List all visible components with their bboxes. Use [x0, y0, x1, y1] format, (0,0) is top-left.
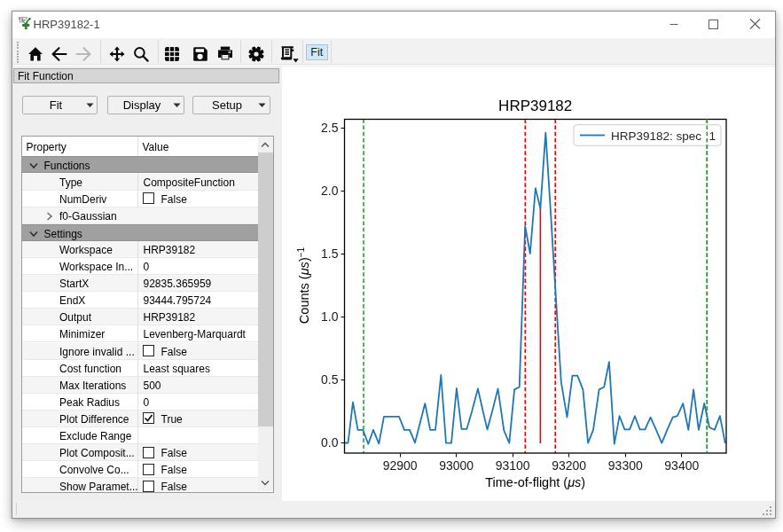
svg-text:HRP39182: HRP39182 — [498, 98, 572, 114]
svg-text:2.0: 2.0 — [321, 184, 339, 198]
svg-text:2.5: 2.5 — [321, 121, 339, 135]
svg-text:Time-of-flight (μs): Time-of-flight (μs) — [485, 475, 585, 489]
svg-text:Counts (μs)−1: Counts (μs)−1 — [296, 246, 312, 324]
svg-text:1: 1 — [709, 129, 716, 143]
svg-text:93400: 93400 — [664, 458, 699, 473]
svg-text:93200: 93200 — [552, 458, 586, 473]
svg-text:93300: 93300 — [608, 458, 643, 473]
svg-text:1.0: 1.0 — [321, 309, 339, 324]
svg-text:0.5: 0.5 — [321, 372, 339, 387]
svg-text:93000: 93000 — [439, 458, 474, 473]
svg-text:93100: 93100 — [496, 458, 530, 473]
svg-text:1.5: 1.5 — [321, 246, 339, 261]
svg-text:HRP39182: spec: HRP39182: spec — [611, 129, 701, 143]
svg-text:0.0: 0.0 — [321, 435, 339, 450]
svg-text:92900: 92900 — [383, 458, 418, 473]
